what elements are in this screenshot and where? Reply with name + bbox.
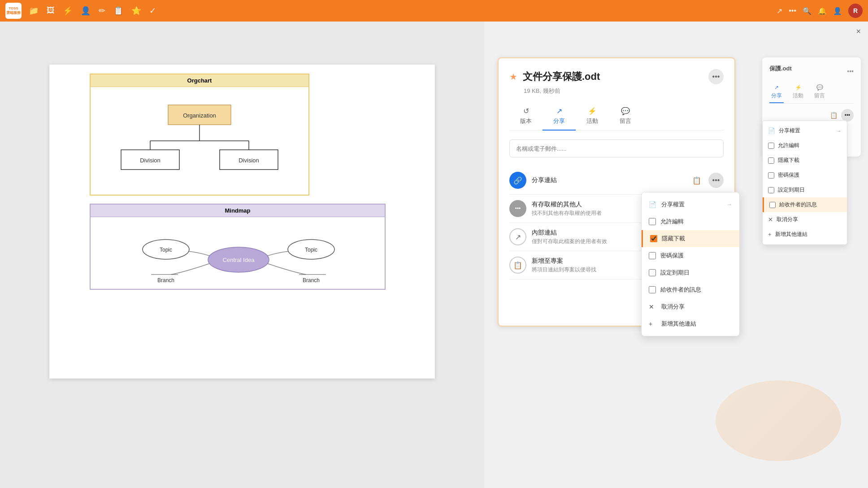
- mini-message-checkbox[interactable]: [769, 202, 776, 208]
- favorite-star[interactable]: ★: [509, 71, 517, 82]
- clipboard-icon[interactable]: 📋: [113, 6, 123, 16]
- user-avatar[interactable]: R: [848, 4, 863, 18]
- top-bar-right: ↗ ••• 🔍 🔔 👤 R: [777, 4, 863, 18]
- mindmap-section: Mindmap Topic: [90, 204, 386, 290]
- tab-version[interactable]: ↺ 版本: [509, 102, 542, 131]
- tab-comment[interactable]: 💬 留言: [609, 102, 642, 131]
- mini-add-icon: +: [768, 231, 772, 238]
- doc-preview: Orgchart Organization: [0, 38, 484, 488]
- notification-icon[interactable]: 🔔: [818, 7, 827, 15]
- person-icon[interactable]: 👤: [833, 7, 842, 15]
- mini-password[interactable]: 密碼保護: [763, 168, 847, 183]
- doc-icon: 📄: [649, 201, 657, 208]
- svg-text:Topic: Topic: [160, 247, 172, 253]
- mini-share-label: 分享: [771, 92, 782, 100]
- checkbox-allow-edit[interactable]: 允許編輯: [642, 213, 739, 230]
- file-more-button[interactable]: •••: [708, 69, 724, 84]
- mini-cancel-icon: ✕: [768, 216, 773, 223]
- mini-copy-button[interactable]: 📋: [830, 109, 838, 122]
- mini-message-label: 給收件者的訊息: [779, 201, 817, 209]
- svg-text:Branch: Branch: [303, 277, 320, 283]
- flash-icon[interactable]: ⚡: [63, 6, 73, 16]
- file-card-header: ★ 文件分享保護.odt •••: [509, 69, 724, 84]
- mini-tabs: ↗ 分享 ⚡ 活動 💬 留言: [769, 82, 854, 104]
- mini-tab-share[interactable]: ↗ 分享: [769, 82, 784, 103]
- mini-hide-download[interactable]: 隱藏下載: [763, 153, 847, 168]
- share-link-item: 🔗 分享連結 📋 •••: [509, 166, 724, 195]
- mini-expiry-checkbox[interactable]: [768, 187, 774, 193]
- dropdown-add-link[interactable]: + 新增其他連結: [642, 315, 739, 332]
- tab-share[interactable]: ↗ 分享: [542, 102, 576, 131]
- cancel-icon: ✕: [649, 303, 657, 310]
- orgchart-section: Orgchart Organization: [90, 74, 309, 196]
- dropdown-cancel-share[interactable]: ✕ 取消分享: [642, 298, 739, 315]
- svg-text:Branch: Branch: [157, 277, 174, 283]
- password-label: 密碼保護: [660, 252, 684, 260]
- file-detail-panel: ★ 文件分享保護.odt ••• 19 KB, 幾秒前 ↺ 版本 ↗ 分享 ⚡ …: [484, 22, 868, 488]
- share-search-input[interactable]: [509, 139, 724, 157]
- mini-arrow-icon: →: [836, 128, 842, 134]
- share-tab-icon: ↗: [556, 107, 562, 115]
- folder-icon[interactable]: 📁: [29, 6, 39, 16]
- checkbox-hide-download[interactable]: 隱藏下載: [642, 230, 739, 247]
- mini-hide-label: 隱藏下載: [778, 157, 799, 164]
- mini-hide-checkbox[interactable]: [768, 157, 774, 164]
- tab-activity[interactable]: ⚡ 活動: [576, 102, 609, 131]
- mini-activity-label: 活動: [793, 92, 803, 100]
- mini-cancel-share[interactable]: ✕ 取消分享: [763, 212, 847, 227]
- edit-icon[interactable]: ✏: [99, 6, 105, 16]
- svg-text:Topic: Topic: [305, 247, 317, 253]
- mini-allow-edit[interactable]: 允許編輯: [763, 138, 847, 153]
- decorative-bg: [716, 380, 841, 461]
- mindmap-body: Topic Topic Central Idea Branch Branch: [91, 217, 385, 289]
- mini-dropdown-rights[interactable]: 📄 分享權置 →: [763, 123, 847, 138]
- file-meta: 19 KB, 幾秒前: [524, 87, 724, 95]
- mini-panel-title: 保護.odt: [769, 65, 792, 73]
- panel-close-button[interactable]: ×: [856, 27, 861, 36]
- dropdown-share-rights[interactable]: 📄 分享權置 →: [642, 196, 739, 213]
- cancel-share-label: 取消分享: [661, 303, 685, 311]
- hide-download-checkbox[interactable]: [650, 235, 657, 242]
- mini-tab-comment[interactable]: 💬 留言: [812, 82, 827, 103]
- checkbox-expiry[interactable]: 設定到期日: [642, 264, 739, 281]
- allow-edit-checkbox[interactable]: [649, 218, 656, 225]
- expiry-label: 設定到期日: [660, 269, 690, 277]
- more-icon[interactable]: •••: [789, 7, 796, 15]
- password-checkbox[interactable]: [649, 252, 656, 259]
- share-link-title: 分享連結: [532, 176, 685, 184]
- svg-text:Central Idea: Central Idea: [223, 257, 255, 263]
- mini-edit-checkbox[interactable]: [768, 143, 774, 149]
- access-icon: •••: [509, 200, 526, 217]
- mini-expiry-label: 設定到期日: [778, 186, 805, 194]
- mini-more-button[interactable]: •••: [847, 68, 854, 75]
- message-label: 給收件者的訊息: [660, 286, 701, 294]
- comment-icon: 💬: [621, 107, 630, 115]
- checkbox-message[interactable]: 給收件者的訊息: [642, 281, 739, 298]
- image-icon[interactable]: 🖼: [47, 6, 55, 16]
- share-link-more-button[interactable]: •••: [708, 173, 724, 188]
- expiry-checkbox[interactable]: [649, 269, 656, 276]
- mini-more2-button[interactable]: •••: [841, 109, 854, 122]
- star-icon[interactable]: ⭐: [131, 6, 141, 16]
- svg-text:Division: Division: [239, 157, 259, 164]
- orgchart-svg: Organization Division Division: [96, 96, 303, 186]
- mini-expiry[interactable]: 設定到期日: [763, 183, 847, 197]
- mini-add-link[interactable]: + 新增其他連結: [763, 227, 847, 242]
- mini-tab-activity[interactable]: ⚡ 活動: [791, 82, 805, 103]
- checkbox-password[interactable]: 密碼保護: [642, 247, 739, 264]
- hide-download-label: 隱藏下載: [662, 235, 685, 243]
- user-icon[interactable]: 👤: [81, 6, 91, 16]
- message-checkbox[interactable]: [649, 286, 656, 293]
- copy-link-button[interactable]: 📋: [690, 174, 703, 187]
- orgchart-body: Organization Division Division: [91, 87, 308, 195]
- search-icon[interactable]: 🔍: [803, 7, 812, 15]
- add-link-label: 新增其他連結: [661, 320, 696, 328]
- share-icon[interactable]: ↗: [777, 7, 782, 15]
- toolbar-icons: 📁 🖼 ⚡ 👤 ✏ 📋 ⭐ ✓: [29, 6, 156, 16]
- mini-password-checkbox[interactable]: [768, 172, 774, 179]
- mini-message[interactable]: 給收件者的訊息: [763, 197, 847, 212]
- arrow-icon: →: [727, 201, 732, 208]
- tab-bar: ↺ 版本 ↗ 分享 ⚡ 活動 💬 留言: [509, 102, 724, 131]
- tab-activity-label: 活動: [586, 117, 598, 125]
- check-icon[interactable]: ✓: [149, 6, 156, 16]
